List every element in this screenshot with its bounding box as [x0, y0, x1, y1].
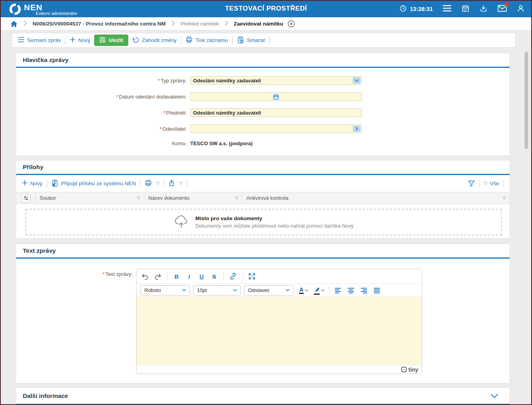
print-attachments-button[interactable]: ▽ [145, 179, 159, 188]
section-title: Další informace [23, 392, 68, 400]
menu-button[interactable] [443, 5, 452, 13]
align-right-icon[interactable] [360, 287, 368, 294]
field-label: *Datum odeslání dodavatelem: [16, 94, 190, 100]
tiny-brand-label[interactable]: tiny [408, 367, 418, 373]
font-family-select[interactable]: Roboto [140, 285, 190, 296]
dropzone-subtitle: Dokumenty sem můžete přetáhnout nebo nah… [195, 223, 353, 229]
column-header-soubor[interactable]: Soubor ▽ [36, 192, 144, 204]
column-filter-icon[interactable]: ▽ [235, 196, 238, 200]
column-filter-icon[interactable]: ▽ [137, 196, 140, 200]
new-attachment-button[interactable]: Nový [22, 180, 42, 187]
print-record-button[interactable]: Tisk záznamu [186, 36, 228, 44]
delete-button[interactable]: Smazat [237, 36, 265, 45]
save-button[interactable]: Uložit [94, 35, 128, 46]
printer-icon [186, 36, 193, 44]
export-attachments-button[interactable]: ▽ [168, 179, 182, 188]
toolbar-separator [47, 180, 47, 188]
italic-button[interactable]: I [186, 273, 193, 280]
dropdown-triangle-icon: ▽ [484, 181, 487, 186]
column-header-antivirus[interactable]: Antivirová kontrola ▽ [242, 192, 510, 204]
attach-from-nen-button[interactable]: Připojit přílohu ze systému NEN [51, 179, 136, 188]
toolbar-separator [232, 36, 233, 44]
column-settings-icon[interactable] [21, 194, 31, 202]
chevron-right-icon[interactable] [353, 126, 361, 132]
plus-icon [70, 37, 75, 44]
new-button[interactable]: Nový [70, 37, 90, 44]
column-filter-icon[interactable]: ▽ [503, 196, 506, 200]
field-label: *Text zprávy: [16, 269, 136, 374]
field-label: Komu: [16, 140, 190, 146]
list-icon [18, 37, 24, 44]
underline-button[interactable]: U [198, 273, 205, 280]
chevron-down-icon[interactable] [353, 77, 361, 84]
align-justify-icon[interactable] [373, 287, 381, 294]
hamburger-icon [443, 5, 452, 13]
section-more-info: Další informace [16, 387, 510, 405]
font-size-select[interactable]: 10pt [193, 285, 241, 296]
align-left-icon[interactable] [334, 287, 342, 294]
attachments-toolbar-right: ▽ Vše [468, 180, 504, 188]
breadcrumb: N006/25/V00004537 - Provoz informačního … [1, 17, 531, 31]
calendar-icon [461, 4, 470, 14]
filter-icon[interactable] [468, 180, 475, 187]
rich-text-editor: B I U S [136, 269, 422, 374]
predmet-field[interactable] [191, 109, 361, 117]
block-format-select[interactable]: Odstavec [244, 285, 293, 296]
editor-separator [223, 272, 224, 281]
vertical-scrollbar[interactable] [525, 52, 528, 149]
link-icon[interactable] [229, 272, 237, 280]
close-tab-icon[interactable] [288, 20, 295, 27]
column-header-nazev[interactable]: Název dokumentu ▽ [144, 192, 242, 204]
messages-button[interactable] [497, 5, 507, 14]
editor-toolbar-row2: Roboto 10pt Odstavec A [137, 284, 422, 297]
attachments-table-header: Soubor ▽ Název dokumentu ▽ Antivirová ko… [16, 192, 510, 204]
datum-odeslani-input[interactable] [190, 92, 362, 101]
save-icon [99, 36, 106, 44]
toolbar-separator [187, 180, 187, 188]
breadcrumb-item-prehled-namitek[interactable]: Přehled námitek [180, 21, 219, 27]
clipboard-gear-icon [51, 179, 58, 188]
form-row-komu: Komu: TESCO SW a.s. (podpora) [16, 140, 510, 146]
message-list-button[interactable]: Seznam zpráv [18, 37, 61, 44]
breadcrumb-item-procurement[interactable]: N006/25/V00004537 - Provoz informačního … [33, 21, 166, 27]
user-profile-button[interactable] [517, 4, 525, 14]
breadcrumb-item-current: Zaevidovat námitku [234, 21, 283, 27]
section-header: Hlavička zprávy [16, 53, 510, 68]
user-icon [517, 4, 525, 14]
download-tray-icon [479, 4, 488, 14]
editor-text-area[interactable] [137, 297, 422, 365]
section-title: Text zprávy [23, 247, 56, 254]
form-row-datum: *Datum odeslání dodavatelem: [16, 92, 510, 101]
section-title: Přílohy [23, 164, 44, 171]
text-color-button[interactable]: A [299, 287, 308, 294]
page: NEN Externí administrátor TESTOVACÍ PROS… [0, 0, 532, 405]
fullscreen-icon[interactable] [248, 273, 255, 280]
typ-zpravy-select[interactable]: Odeslání námitky zadavateli [190, 76, 362, 85]
file-dropzone[interactable]: Místo pro vaše dokumenty Dokumenty sem m… [26, 209, 502, 235]
highlight-color-button[interactable] [314, 286, 324, 295]
view-all-filter[interactable]: ▽ Vše [484, 181, 499, 186]
home-icon[interactable] [10, 20, 18, 27]
dropdown-triangle-icon: ▽ [156, 181, 159, 186]
column-settings-cell [16, 192, 36, 204]
session-time: 13:28:31 [399, 5, 433, 13]
expand-section-icon[interactable] [490, 394, 498, 398]
undo-icon[interactable] [141, 273, 149, 280]
align-center-icon[interactable] [347, 287, 355, 294]
field-label: *Předmět: [16, 110, 190, 116]
bold-button[interactable]: B [173, 273, 180, 280]
calendar-button[interactable] [461, 4, 470, 14]
predmet-input[interactable] [190, 108, 362, 117]
discard-changes-button[interactable]: Zahodit změny [132, 36, 177, 44]
strikethrough-button[interactable]: S [211, 273, 218, 280]
downloads-button[interactable] [479, 4, 488, 14]
section-header: Přílohy [16, 161, 510, 175]
date-picker-icon[interactable] [272, 93, 280, 100]
section-header: Text zprávy [16, 244, 510, 259]
text-color-icon: A [299, 287, 304, 294]
odesilatel-field[interactable] [191, 125, 361, 133]
section-title: Hlavička zprávy [23, 57, 68, 64]
redo-icon[interactable] [154, 273, 162, 280]
editor-statusbar: tiny [137, 365, 422, 374]
odesilatel-input[interactable] [190, 124, 362, 133]
